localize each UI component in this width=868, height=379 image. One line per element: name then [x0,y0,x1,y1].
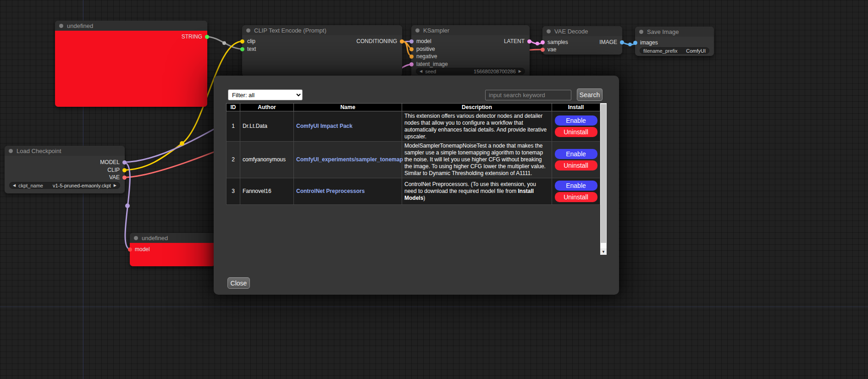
slot-label: LATENT [504,38,525,44]
custom-nodes-manager-dialog: Filter: all Search ID Author Name Descri… [214,76,619,295]
node-collapse-dot[interactable] [246,28,250,33]
input-slot-negative: negative [409,53,437,60]
next-arrow-icon[interactable]: ▶ [114,184,116,187]
uninstall-button[interactable]: Uninstall [555,127,597,137]
input-dot-model[interactable] [128,247,132,252]
slot-label: model [135,246,150,253]
output-slot-image: IMAGE [599,39,624,45]
node-body: images filename_prefix ComfyUI [635,37,714,56]
node-title-bar[interactable]: KSampler [411,25,530,35]
widget-label: filename_prefix [643,48,678,54]
node-title: KSampler [423,27,449,34]
enable-button[interactable]: Enable [555,181,597,191]
output-slot-conditioning: CONDITIONING [356,38,404,44]
output-dot-latent[interactable] [527,39,531,44]
search-button[interactable]: Search [577,88,603,101]
node-title-bar[interactable]: VAE Decode [542,26,622,36]
slot-label: clip [247,38,255,44]
node-body: model positive negative latent_image LAT… [411,35,530,77]
node-collapse-dot[interactable] [9,149,13,153]
input-dot-samples[interactable] [541,40,545,44]
output-slot-string: STRING [182,33,209,40]
column-header-description: Description [402,104,552,111]
table-row: 2 comfyanonymous ComfyUI_experiments/sam… [227,142,600,178]
uninstall-button[interactable]: Uninstall [555,192,597,202]
enable-button[interactable]: Enable [555,115,597,126]
node-load-checkpoint[interactable]: Load Checkpoint MODEL CLIP VAE ◀ ckpt_na… [5,146,125,193]
input-dot-text[interactable] [240,47,244,51]
input-dot-negative[interactable] [409,55,414,59]
input-slot-vae: vae [541,46,556,53]
extension-id: 2 [227,142,240,178]
extension-name-link[interactable]: ControlNet Preprocessors [296,188,365,194]
node-ksampler[interactable]: KSampler model positive negative latent_… [411,25,530,77]
table-row: 1 Dr.Lt.Data ComfyUI Impact Pack This ex… [227,111,600,142]
input-slot-text: text [240,46,256,52]
extension-name-link[interactable]: ComfyUI Impact Pack [296,123,353,129]
slot-label: STRING [182,33,202,40]
node-undefined-top[interactable]: undefined STRING [55,21,207,107]
seed-widget[interactable]: ◀ seed 156680208700286 ▶ [416,68,525,75]
filename-prefix-widget[interactable]: filename_prefix ComfyUI [640,47,709,54]
widget-label: seed [425,69,436,74]
enable-button[interactable]: Enable [555,149,597,159]
output-dot-model[interactable] [122,160,127,165]
canvas-axis-horizontal [0,307,868,307]
scroll-down-button[interactable]: ▼ [600,248,607,255]
output-slot-latent: LATENT [504,38,531,44]
node-save-image[interactable]: Save Image images filename_prefix ComfyU… [635,27,714,56]
input-dot-vae[interactable] [541,48,545,52]
table-row: 3 Fannovel16 ControlNet Preprocessors Co… [227,178,600,205]
node-collapse-dot[interactable] [59,24,63,28]
uninstall-button[interactable]: Uninstall [555,160,597,170]
extension-author: Dr.Lt.Data [240,111,294,142]
column-header-id: ID [227,104,240,111]
input-dot-images[interactable] [633,41,637,45]
node-undefined-bottom[interactable]: undefined model [130,233,215,266]
close-button[interactable]: Close [227,277,250,289]
decrement-arrow-icon[interactable]: ◀ [420,70,422,73]
widget-value[interactable]: v1-5-pruned-emaonly.ckpt [46,183,111,188]
node-title-bar[interactable]: Load Checkpoint [5,146,125,156]
node-title-bar[interactable]: Save Image [635,27,714,37]
node-vae-decode[interactable]: VAE Decode samples vae IMAGE [542,26,622,55]
node-title-bar[interactable]: undefined [55,21,207,31]
node-title: undefined [142,235,168,242]
output-slot-clip: CLIP [107,167,127,173]
node-collapse-dot[interactable] [415,28,420,33]
output-dot-string[interactable] [205,35,209,39]
node-clip-text-encode[interactable]: CLIP Text Encode (Prompt) clip text COND… [242,25,402,77]
node-title-bar[interactable]: CLIP Text Encode (Prompt) [242,25,402,35]
search-input[interactable] [485,90,571,100]
output-dot-vae[interactable] [122,176,127,180]
output-slot-model: MODEL [100,159,127,165]
output-dot-image[interactable] [620,40,624,44]
node-collapse-dot[interactable] [134,236,138,240]
output-dot-clip[interactable] [122,168,127,172]
widget-value[interactable]: ComfyUI [680,48,706,54]
widget-label: ckpt_name [18,183,43,188]
slot-label: CONDITIONING [356,38,397,44]
slot-label: vae [547,46,556,53]
input-dot-positive[interactable] [409,47,414,51]
scrollbar-thumb[interactable] [601,104,606,243]
input-dot-latent-image[interactable] [409,62,414,66]
increment-arrow-icon[interactable]: ▶ [519,70,521,73]
input-slot-latent-image: latent_image [409,61,448,67]
node-title-bar[interactable]: undefined [130,233,215,243]
extension-id: 3 [227,178,240,205]
filter-select[interactable]: Filter: all [228,89,303,100]
table-scrollbar[interactable]: ▼ [600,103,607,255]
output-dot-conditioning[interactable] [400,39,404,44]
extensions-table-container: ID Author Name Description Install 1 Dr.… [226,103,607,255]
extension-name-link[interactable]: ComfyUI_experiments/sampler_tonemap [296,156,403,163]
input-dot-clip[interactable] [240,39,244,44]
node-title: Save Image [647,28,679,35]
slot-label: negative [416,53,437,60]
prev-arrow-icon[interactable]: ◀ [13,184,16,187]
ckpt-name-widget[interactable]: ◀ ckpt_name v1-5-pruned-emaonly.ckpt ▶ [9,182,120,189]
node-collapse-dot[interactable] [547,29,551,33]
widget-value[interactable]: 156680208700286 [439,69,516,74]
input-dot-model[interactable] [409,39,414,44]
node-collapse-dot[interactable] [639,30,643,34]
